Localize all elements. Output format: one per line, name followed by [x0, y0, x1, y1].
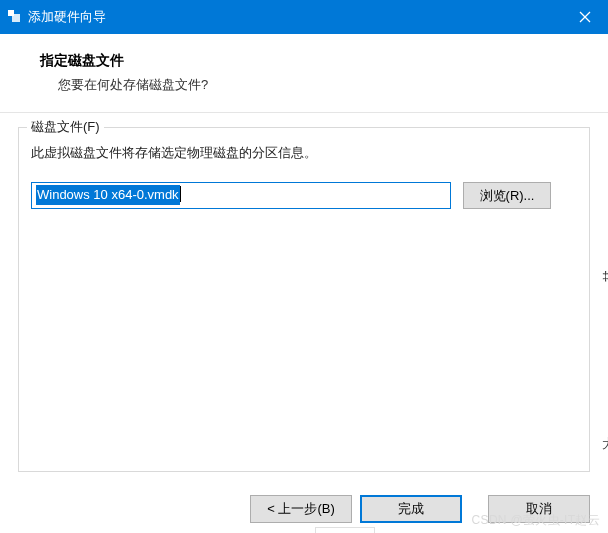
finish-button[interactable]: 完成: [360, 495, 462, 523]
right-fragment: ‡ 大: [602, 268, 608, 453]
disk-file-value: Windows 10 x64-0.vmdk: [36, 185, 180, 205]
right-frag-top: ‡: [602, 268, 608, 283]
back-button[interactable]: < 上一步(B): [250, 495, 352, 523]
page-subtitle: 您要在何处存储磁盘文件?: [58, 76, 582, 94]
wizard-icon: [8, 10, 22, 24]
spacer: [470, 495, 480, 523]
bottom-fragment: [315, 527, 375, 533]
cancel-button[interactable]: 取消: [488, 495, 590, 523]
group-description: 此虚拟磁盘文件将存储选定物理磁盘的分区信息。: [31, 144, 577, 162]
page-title: 指定磁盘文件: [40, 52, 582, 70]
right-frag-bottom: 大: [602, 435, 608, 453]
close-icon: [579, 11, 591, 23]
titlebar: 添加硬件向导: [0, 0, 608, 34]
titlebar-title: 添加硬件向导: [28, 8, 106, 26]
content-area: 磁盘文件(F) 此虚拟磁盘文件将存储选定物理磁盘的分区信息。 Windows 1…: [0, 113, 608, 472]
close-button[interactable]: [562, 0, 608, 34]
header-area: 指定磁盘文件 您要在何处存储磁盘文件?: [0, 34, 608, 113]
browse-button[interactable]: 浏览(R)...: [463, 182, 551, 209]
file-row: Windows 10 x64-0.vmdk 浏览(R)...: [31, 182, 577, 209]
footer-buttons: < 上一步(B) 完成 取消: [250, 495, 590, 523]
disk-file-group: 磁盘文件(F) 此虚拟磁盘文件将存储选定物理磁盘的分区信息。 Windows 1…: [18, 127, 590, 472]
group-label: 磁盘文件(F): [27, 118, 104, 136]
titlebar-left: 添加硬件向导: [8, 8, 106, 26]
disk-file-input[interactable]: Windows 10 x64-0.vmdk: [31, 182, 451, 209]
